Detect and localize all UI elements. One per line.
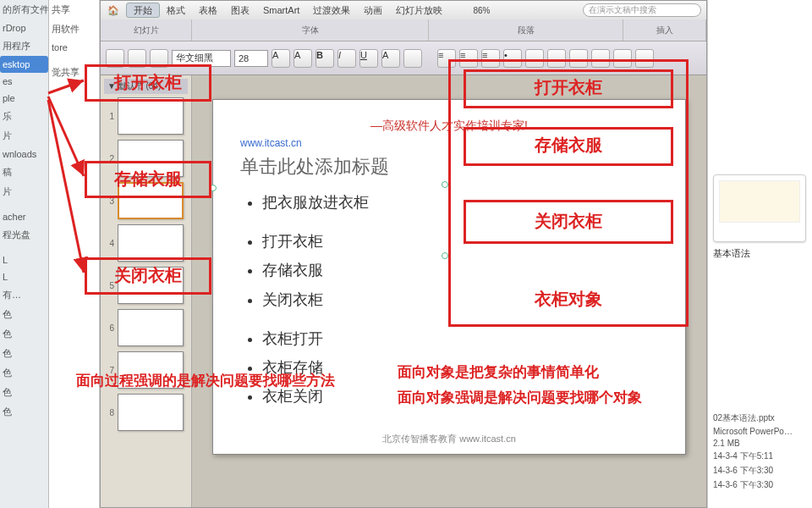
increase-font-button[interactable]: A [272,49,290,68]
finder-item[interactable]: es [0,73,48,90]
search-input[interactable]: 在演示文稿中搜索 [583,3,701,17]
finder-item[interactable]: rDrop [0,19,48,36]
finder-item[interactable] [0,202,48,208]
finder-item[interactable]: ple [0,90,48,107]
annotation-caption-right-1: 面向对象是把复杂的事情简单化 [398,362,702,382]
preview-thumbnail[interactable] [713,174,806,242]
group-insert: 插入 [623,19,706,41]
tab-tables[interactable]: 表格 [192,4,224,17]
highlight-button[interactable] [403,49,422,68]
finder-item[interactable]: 共享 [49,0,99,19]
file-preview-panel: 基本语法 02基本语法.pptx Microsoft PowerPo… 2.1 … [707,0,812,508]
slide-thumb[interactable]: 4 [104,224,188,262]
home-icon[interactable]: 🏠 [101,5,126,16]
group-font: 字体 [192,19,429,41]
slide-thumb[interactable]: 1 [104,97,188,135]
font-color-button[interactable]: A [381,49,400,68]
finder-item[interactable] [0,245,48,251]
font-size-select[interactable]: 28 [234,50,268,67]
bullet: 衣柜打开 [262,324,658,353]
finder-item[interactable]: acher [0,208,48,225]
slide-footer: 北京传智播客教育 www.itcast.cn [213,433,685,445]
group-paragraph: 段落 [429,19,623,41]
finder-item[interactable]: 色 [0,402,48,422]
finder-item[interactable]: 色 [0,324,48,344]
tab-slideshow[interactable]: 幻灯片放映 [389,4,449,17]
tab-animations[interactable]: 动画 [357,4,389,17]
finder-item[interactable]: tore [49,39,99,56]
preview-filename: 02基本语法.pptx [713,412,807,424]
tab-transitions[interactable]: 过渡效果 [306,4,357,17]
finder-item-selected[interactable]: esktop [0,56,48,73]
finder-item[interactable]: 用软件 [49,19,99,39]
finder-item[interactable]: L [0,251,48,268]
tab-format[interactable]: 格式 [160,4,192,17]
annotation-label: 打开衣柜 [93,71,203,94]
decrease-font-button[interactable]: A [294,49,312,68]
finder-item[interactable]: 有… [0,285,48,305]
preview-caption: 基本语法 [713,247,807,260]
finder-item[interactable]: wnloads [0,146,48,163]
preview-app: Microsoft PowerPo… [713,427,807,436]
finder-item[interactable]: 的所有文件 [0,0,48,19]
selection-handle[interactable] [442,252,448,259]
selection-handle[interactable] [442,181,448,188]
bold-button[interactable]: B [315,49,334,68]
ribbon-tabs: 🏠 开始 格式 表格 图表 SmartArt 过渡效果 动画 幻灯片放映 86%… [101,1,706,19]
finder-item[interactable]: 色 [0,383,48,402]
finder-sidebar: 的所有文件 rDrop 用程序 esktop es ple 乐 片 wnload… [0,0,49,508]
ribbon-group-labels: 幻灯片 字体 段落 插入 [101,19,706,41]
preview-date: 14-3-6 下午3:30 [713,479,807,491]
annotation-label: 衣柜对象 [464,288,673,311]
finder-item[interactable]: 色 [0,363,48,383]
finder-item[interactable]: 色 [0,305,48,324]
annotation-label: 存储衣服 [93,168,203,190]
preview-date: 14-3-4 下午5:11 [713,450,807,462]
annotation-label: 关闭衣柜 [93,264,203,287]
tab-home[interactable]: 开始 [126,3,160,18]
annotation-label: 打开衣柜 [464,76,673,99]
finder-item[interactable] [49,56,99,63]
slide-thumb[interactable]: 8 [104,394,188,431]
preview-size: 2.1 MB [713,439,807,448]
finder-item[interactable]: 色 [0,344,48,363]
finder-item[interactable]: L [0,268,48,285]
tab-smartart[interactable]: SmartArt [256,5,306,15]
group-slides: 幻灯片 [101,19,192,41]
annotation-label: 存储衣服 [464,134,673,157]
finder-item[interactable]: 用程序 [0,36,48,56]
annotation-label: 关闭衣柜 [464,210,673,233]
annotation-caption-left: 面向过程强调的是解决问题要找哪些方法 [76,371,364,391]
finder-item[interactable]: 乐 [0,107,48,126]
italic-button[interactable]: I [337,49,356,68]
finder-item[interactable]: 片 [0,182,48,202]
zoom-level[interactable]: 86% [466,6,497,15]
finder-item[interactable]: 程光盘 [0,225,48,245]
preview-date: 14-3-6 下午3:30 [713,465,807,477]
underline-button[interactable]: U [359,49,378,68]
finder-item[interactable]: 片 [0,126,48,146]
slide-thumb[interactable]: 6 [104,309,188,346]
tab-charts[interactable]: 图表 [224,4,256,17]
finder-item[interactable]: 稿 [0,163,48,182]
annotation-caption-right-2: 面向对象强调是解决问题要找哪个对象 [398,388,736,407]
